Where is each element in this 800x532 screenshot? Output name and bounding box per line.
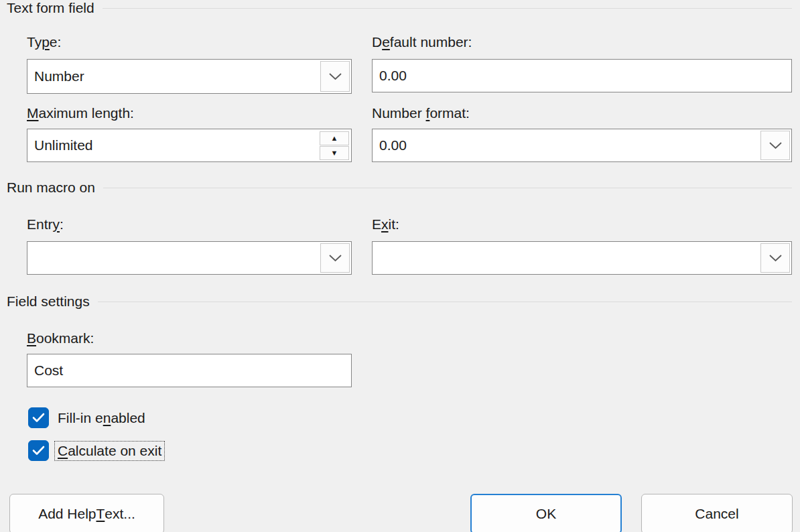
group-divider-line bbox=[103, 188, 792, 188]
text-form-field-options-dialog: { "sections": { "text_form_field": { "ti… bbox=[0, 0, 800, 532]
fill-in-enabled-label: Fill-in enabled bbox=[58, 409, 145, 427]
group-title-field-settings: Field settings bbox=[7, 293, 90, 310]
number-format-combobox-input[interactable] bbox=[373, 129, 791, 161]
group-divider-line bbox=[98, 302, 792, 302]
triangle-down-icon: ▼ bbox=[331, 149, 338, 157]
group-divider-line bbox=[103, 8, 792, 9]
bookmark-label: Bookmark: bbox=[27, 330, 94, 347]
default-number-field[interactable] bbox=[372, 59, 792, 92]
chevron-down-icon bbox=[328, 254, 342, 262]
calculate-on-exit-row: Calculate on exit bbox=[28, 440, 161, 461]
entry-label: Entry: bbox=[27, 216, 64, 233]
spin-up-button[interactable]: ▲ bbox=[320, 131, 349, 145]
bookmark-field[interactable] bbox=[27, 354, 352, 387]
maximum-length-label: Maximum length: bbox=[27, 105, 134, 122]
cancel-button[interactable]: Cancel bbox=[641, 494, 793, 532]
calculate-on-exit-checkbox[interactable] bbox=[28, 440, 49, 461]
group-title-text-form-field: Text form field bbox=[7, 0, 94, 16]
number-format-label: Number format: bbox=[372, 105, 470, 122]
checkmark-icon bbox=[32, 446, 45, 456]
triangle-up-icon: ▲ bbox=[331, 135, 338, 142]
default-number-label: Default number: bbox=[372, 34, 472, 51]
chevron-down-icon bbox=[328, 72, 342, 80]
exit-label: Exit: bbox=[372, 216, 399, 233]
ok-button[interactable]: OK bbox=[470, 494, 622, 532]
checkmark-icon bbox=[32, 413, 45, 423]
exit-combobox-input[interactable] bbox=[373, 242, 791, 274]
type-dropdown-button[interactable] bbox=[320, 61, 350, 92]
type-combobox[interactable] bbox=[27, 59, 352, 94]
calculate-on-exit-label: Calculate on exit bbox=[54, 441, 165, 461]
spin-down-button[interactable]: ▼ bbox=[320, 146, 349, 160]
type-combobox-input[interactable] bbox=[27, 60, 351, 93]
bookmark-input[interactable] bbox=[27, 354, 351, 387]
number-format-dropdown-button[interactable] bbox=[760, 131, 790, 160]
group-header-field-settings: Field settings bbox=[7, 293, 792, 310]
entry-combobox[interactable] bbox=[27, 241, 352, 275]
exit-dropdown-button[interactable] bbox=[760, 243, 790, 273]
fill-in-enabled-row: Fill-in enabled bbox=[28, 407, 145, 428]
entry-combobox-input[interactable] bbox=[27, 242, 351, 274]
default-number-input[interactable] bbox=[373, 60, 791, 92]
maximum-length-input[interactable] bbox=[27, 129, 351, 161]
maximum-length-spinner[interactable]: ▲ ▼ bbox=[27, 129, 352, 162]
chevron-down-icon bbox=[769, 141, 783, 149]
fill-in-enabled-checkbox[interactable] bbox=[28, 407, 49, 428]
chevron-down-icon bbox=[769, 254, 783, 262]
entry-dropdown-button[interactable] bbox=[320, 243, 350, 273]
group-title-run-macro-on: Run macro on bbox=[7, 180, 95, 196]
group-header-text-form-field: Text form field bbox=[7, 0, 792, 16]
add-help-text-button[interactable]: Add Help Text... bbox=[9, 494, 164, 532]
group-header-run-macro-on: Run macro on bbox=[7, 180, 792, 196]
exit-combobox[interactable] bbox=[372, 241, 792, 275]
number-format-combobox[interactable] bbox=[372, 129, 792, 162]
type-label: Type: bbox=[27, 34, 61, 51]
